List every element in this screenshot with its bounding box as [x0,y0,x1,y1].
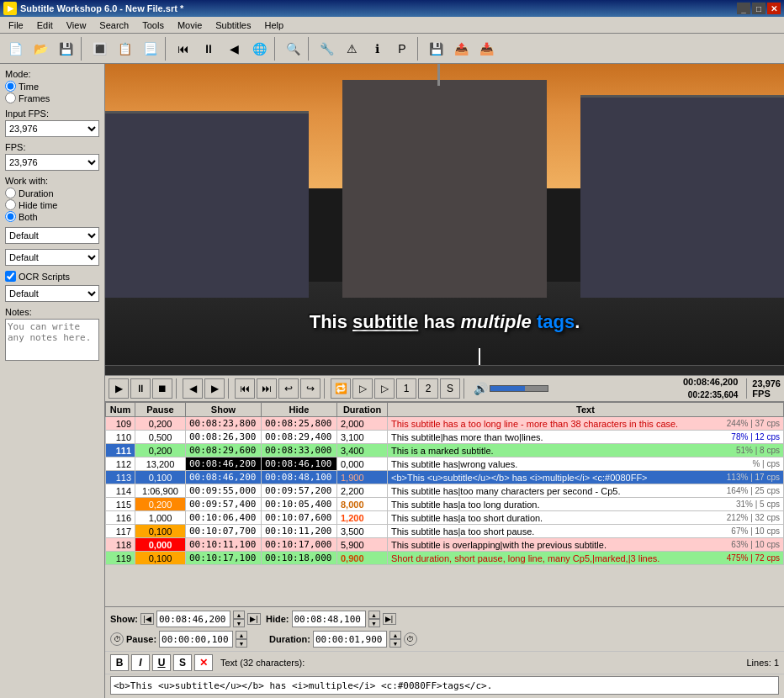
notes-textarea[interactable] [5,319,99,361]
default-dropdown-2[interactable]: Default [5,249,99,266]
tb-btn-3[interactable]: 📃 [138,37,162,61]
table-row[interactable]: 119 0,100 00:10:17,100 00:10:18,000 0,90… [106,552,784,565]
transport-s-button[interactable]: S [440,378,460,399]
loop-button[interactable]: 🔁 [331,378,351,399]
fps-dropdown[interactable]: 23,976 25 29,97 [5,154,99,171]
tb-btn-2[interactable]: 📋 [113,37,136,61]
table-row[interactable]: 109 0,200 00:08:23,800 00:08:25,800 2,00… [106,417,784,431]
hide-next-button[interactable]: ▶| [383,613,396,625]
tb-search[interactable]: 🔍 [281,37,305,61]
duration-input[interactable] [313,631,387,648]
bold-button[interactable]: B [110,654,129,671]
tb-btn-4[interactable]: ⏮ [172,37,195,61]
skip-fwd-button[interactable]: ⏭ [257,378,277,399]
tb-btn-6[interactable]: ◀ [222,37,246,61]
sethide-button[interactable]: 2 [418,378,438,399]
tb-btn-y[interactable]: 📥 [474,37,498,61]
strikethrough-button[interactable]: S [173,654,192,671]
table-row[interactable]: 111 0,200 00:08:29,600 00:08:33,000 3,40… [106,444,784,457]
mode-frames-option[interactable]: Frames [5,93,99,103]
table-row[interactable]: 113 0,100 00:08:46,200 00:08:48,100 1,90… [106,471,784,484]
translate-button[interactable]: 🌐 [247,37,271,61]
work-hidetime-option[interactable]: Hide time [5,199,99,210]
pause-spin-up[interactable]: ▲ [236,631,247,639]
input-fps-dropdown[interactable]: 23,976 25 29,97 [5,120,99,137]
work-duration-option[interactable]: Duration [5,188,99,198]
mode-time-option[interactable]: Time [5,81,99,92]
remove-tags-button[interactable]: ✕ [194,654,213,671]
pause-spin-down[interactable]: ▼ [236,639,247,648]
show-input[interactable] [156,611,230,627]
work-duration-radio[interactable] [5,188,16,198]
new-button[interactable]: 📄 [3,37,27,61]
show-spin-up[interactable]: ▲ [233,611,245,619]
table-row[interactable]: 116 1,000 00:10:06,400 00:10:07,600 1,20… [106,511,784,525]
ocr-scripts-section[interactable]: OCR Scripts [5,271,99,282]
open-button[interactable]: 📂 [29,37,52,61]
menu-movie[interactable]: Movie [171,19,209,32]
tb-btn-1[interactable]: 🔳 [87,37,111,61]
mode-frames-radio[interactable] [5,93,16,103]
menu-edit[interactable]: Edit [30,19,60,32]
underline-button[interactable]: U [152,654,171,671]
save-button[interactable]: 💾 [54,37,77,61]
tb-check[interactable]: 🔧 [315,37,338,61]
default-dropdown-1[interactable]: Default [5,227,99,244]
tb-btn-x[interactable]: 📤 [449,37,473,61]
table-row[interactable]: 110 0,500 00:08:26,300 00:08:29,400 3,10… [106,431,784,444]
table-row[interactable]: 112 13,200 00:08:46,200 00:08:46,100 0,0… [106,457,784,471]
work-both-option[interactable]: Both [5,211,99,222]
hide-input[interactable] [292,611,366,627]
maximize-button[interactable]: □ [752,3,765,14]
setshow-button[interactable]: 1 [396,378,416,399]
tb-save2[interactable]: 💾 [424,37,448,61]
timeline-bar[interactable] [105,365,784,375]
menu-subtitles[interactable]: Subtitles [209,19,257,32]
volume-slider[interactable] [490,385,548,392]
tb-spell[interactable]: P [390,37,414,61]
pause-input[interactable] [159,631,233,648]
mark-out-button[interactable]: ▷ [374,378,395,399]
tb-btn-5[interactable]: ⏸ [197,37,220,61]
work-both-radio[interactable] [5,211,16,222]
show-prev-button[interactable]: |◀ [140,613,154,625]
default-dropdown-3[interactable]: Default [5,285,99,302]
duration-circle-button[interactable]: ⏱ [404,632,417,646]
tb-info[interactable]: ℹ [365,37,389,61]
menu-file[interactable]: File [2,19,30,32]
italic-button[interactable]: I [131,654,150,671]
minimize-button[interactable]: _ [737,3,750,14]
menu-tools[interactable]: Tools [135,19,171,32]
duration-spin-down[interactable]: ▼ [389,639,401,648]
menu-search[interactable]: Search [93,19,135,32]
tb-warn[interactable]: ⚠ [340,37,363,61]
table-row[interactable]: 117 0,100 00:10:07,700 00:10:11,200 3,50… [106,525,784,538]
close-button[interactable]: ✕ [767,3,781,14]
table-row[interactable]: 115 0,200 00:09:57,400 00:10:05,400 8,00… [106,498,784,511]
play-button[interactable]: ▶ [109,378,129,399]
stop-button[interactable]: ⏹ [152,378,172,399]
table-row[interactable]: 114 1:06,900 00:09:55,000 00:09:57,200 2… [106,484,784,498]
duration-spin-up[interactable]: ▲ [389,631,401,639]
skip-back-button[interactable]: ⏮ [235,378,255,399]
mode-time-radio[interactable] [5,81,16,92]
ocr-scripts-checkbox[interactable] [5,271,16,282]
menu-help[interactable]: Help [257,19,290,32]
timeline-marker[interactable] [479,348,480,365]
fwd-s-button[interactable]: ↪ [300,378,320,399]
table-row[interactable]: 118 0,000 00:10:11,100 00:10:17,000 5,90… [106,538,784,552]
mark-in-button[interactable]: ▷ [352,378,373,399]
show-spin-down[interactable]: ▼ [233,619,245,627]
prev-button[interactable]: ◀ [183,378,203,399]
menu-view[interactable]: View [60,19,93,32]
pause-button[interactable]: ⏸ [130,378,151,399]
show-next-button[interactable]: ▶| [247,613,261,625]
pause-circle-button[interactable]: ⏱ [110,632,124,646]
hide-spin-down[interactable]: ▼ [368,619,380,627]
subtitle-table-container[interactable]: Num Pause Show Hide Duration Text 109 0,… [105,402,784,607]
back-s-button[interactable]: ↩ [278,378,299,399]
text-edit-input[interactable] [110,676,779,695]
hide-spin-up[interactable]: ▲ [368,611,380,619]
work-hidetime-radio[interactable] [5,199,16,210]
next-button[interactable]: ▶ [204,378,225,399]
